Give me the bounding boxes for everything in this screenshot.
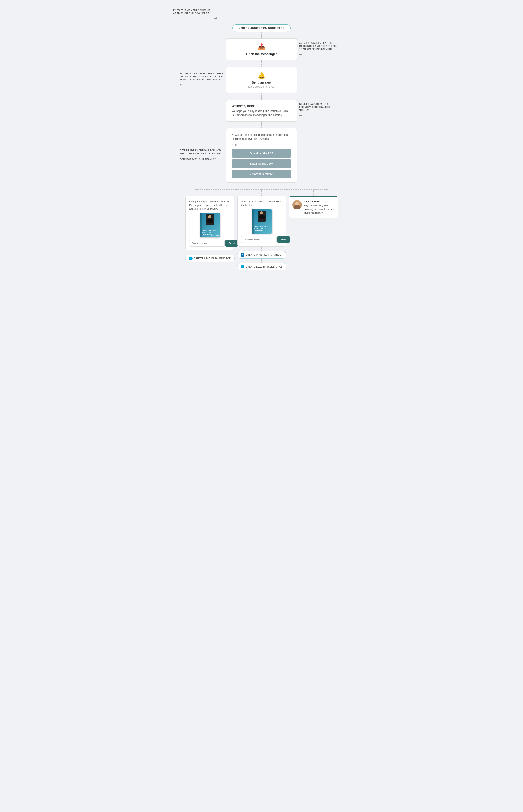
chat-content: Sara Salesrep Hey Beth! Hope you're enjo… bbox=[304, 200, 335, 215]
chat-top-connector bbox=[313, 189, 314, 196]
visitor-pill: VISITOR ARRIVES ON BOOK PAGE bbox=[232, 24, 291, 32]
email-card: Which email address should we send the b… bbox=[237, 196, 286, 247]
welcome-text: We hope you enjoy reading The Definitive… bbox=[232, 109, 291, 117]
annotation-messenger-right: Automatically open the messenger and kee… bbox=[299, 41, 341, 57]
messenger-icon: 📤 bbox=[232, 43, 291, 50]
alert-row: Notify sales development reps via voice … bbox=[226, 67, 297, 93]
book-cover-text-2: Conversational Marketing for Salesforce bbox=[254, 226, 271, 232]
book-cover-text: Conversational Marketing for Salesforce bbox=[202, 229, 219, 235]
chat-card: Sara Salesrep Hey Beth! Hope you're enjo… bbox=[289, 196, 338, 218]
email-email-input[interactable] bbox=[241, 236, 276, 243]
options-intro: Now's the time to action to generate mor… bbox=[232, 133, 291, 141]
pdf-book-image: Conversational Marketing for Salesforce … bbox=[200, 213, 220, 237]
email-input-row[interactable]: Send bbox=[241, 236, 282, 243]
email-bottom-connector bbox=[262, 247, 262, 251]
pdf-bottom-connector bbox=[210, 250, 210, 255]
connector-line-3 bbox=[261, 93, 262, 100]
salesforce-pill-1[interactable]: ☁ CREATE LEAD IN SALESFORCE bbox=[185, 255, 235, 262]
options-card: Now's the time to action to generate mor… bbox=[226, 128, 297, 183]
download-pdf-button[interactable]: Download the PDF bbox=[232, 149, 291, 158]
pdf-email-row[interactable]: Send bbox=[189, 240, 230, 247]
send-alert-card: 🔔 Send an alert Sales development reps bbox=[226, 67, 297, 93]
chat-human-button[interactable]: Chat with a human bbox=[232, 170, 291, 178]
email-book-button[interactable]: Email me the book bbox=[232, 159, 291, 168]
pdf-top-connector bbox=[210, 189, 210, 196]
email-book-image: Conversational Marketing for Salesforce … bbox=[252, 209, 272, 233]
id-like-text: I'd like to... bbox=[232, 144, 291, 147]
pdf-card: One quick step to download the PDF. Plea… bbox=[185, 196, 234, 250]
email-top-connector bbox=[262, 189, 262, 196]
chat-col: Sara Salesrep Hey Beth! Hope you're enjo… bbox=[289, 189, 338, 218]
pdf-desc: One quick step to download the PDF. Plea… bbox=[189, 200, 230, 211]
email-desc: Which email address should we send the b… bbox=[241, 200, 282, 207]
pdf-email-input[interactable] bbox=[189, 240, 224, 247]
email-col: Which email address should we send the b… bbox=[237, 189, 287, 270]
bottom-cards-row: One quick step to download the PDF. Plea… bbox=[178, 189, 345, 270]
annotation-alert-left: Notify sales development reps via voice … bbox=[180, 72, 224, 88]
messenger-title: Open the messenger bbox=[232, 52, 291, 56]
pardot-pill[interactable]: P CREATE PROSPECT IN PARDOT bbox=[237, 251, 287, 259]
email-send-button[interactable]: Send bbox=[277, 236, 290, 243]
arrow-icon: ↪ bbox=[173, 16, 217, 21]
chat-body: Sara Salesrep Hey Beth! Hope you're enjo… bbox=[289, 197, 338, 218]
salesforce-icon-1: ☁ bbox=[189, 257, 193, 260]
agent-avatar bbox=[292, 200, 302, 209]
annotation-options-left: Give readers options for how they can sa… bbox=[180, 149, 224, 162]
messenger-row: 📤 Open the messenger Automatically open … bbox=[226, 38, 297, 60]
pardot-icon: P bbox=[241, 253, 245, 257]
welcome-greeting: Welcome, Beth! bbox=[232, 104, 291, 108]
pdf-col: One quick step to download the PDF. Plea… bbox=[185, 189, 235, 262]
book-logo-2: SALESLOFT bbox=[263, 231, 271, 233]
annotation-top-left: Know the moment someone arrives on our b… bbox=[173, 9, 217, 21]
chat-agent-row: Sara Salesrep Hey Beth! Hope you're enjo… bbox=[292, 200, 335, 215]
alert-subtitle: Sales development reps bbox=[232, 85, 291, 88]
pdf-send-button[interactable]: Send bbox=[226, 240, 238, 247]
connector-line-2 bbox=[261, 60, 262, 67]
email-bottom-connector-2 bbox=[262, 259, 262, 263]
welcome-card: Welcome, Beth! We hope you enjoy reading… bbox=[226, 100, 297, 122]
connector-line-4 bbox=[261, 122, 262, 128]
salesforce-pill-2[interactable]: ☁ CREATE LEAD IN SALESFORCE bbox=[237, 263, 287, 270]
options-row: Give readers options for how they can sa… bbox=[226, 128, 297, 183]
agent-name: Sara Salesrep bbox=[304, 200, 335, 203]
connector-line bbox=[261, 32, 262, 38]
open-messenger-card: 📤 Open the messenger bbox=[226, 38, 297, 60]
book-logo: SALESLOFT bbox=[211, 235, 219, 236]
annotation-greet-right: Greet readers with a friendly, personali… bbox=[299, 103, 341, 118]
chat-message: Hey Beth! Hope you're enjoying the book.… bbox=[304, 204, 335, 215]
bell-icon: 🔔 bbox=[232, 72, 291, 79]
salesforce-icon-2: ☁ bbox=[241, 265, 245, 268]
welcome-row: Welcome, Beth! We hope you enjoy reading… bbox=[226, 100, 297, 122]
alert-title: Send an alert bbox=[232, 81, 291, 84]
agent-avatar-image bbox=[292, 200, 302, 209]
